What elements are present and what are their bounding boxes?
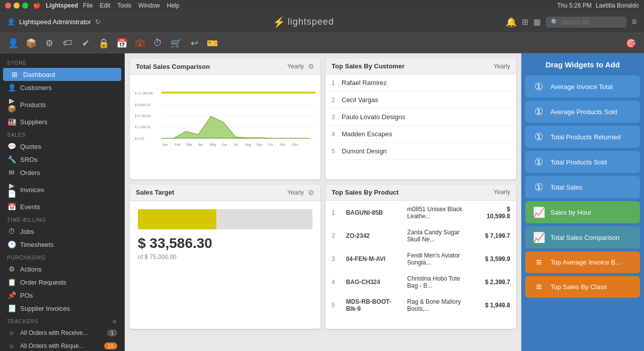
title-bar-left: 🍎 Lightspeed File Edit Tools Window Help bbox=[5, 2, 179, 9]
toolbar: 👤 📦 ⚙ 🏷 ✔ 🔒 📅 💼 ⏱ 🛒 ↩ 🎫 🎯 bbox=[0, 33, 644, 53]
sidebar-item-invoices[interactable]: ▶ 📄 Invoices bbox=[0, 179, 124, 200]
widget-btn-total-returned[interactable]: ① Total Products Returned bbox=[525, 126, 640, 148]
customers-icon: 👤 bbox=[7, 83, 16, 92]
toolbar-icon-person[interactable]: 👤 bbox=[5, 35, 21, 51]
close-button[interactable] bbox=[5, 3, 11, 9]
toolbar-icon-return[interactable]: ↩ bbox=[186, 35, 202, 51]
quotes-icon: 💬 bbox=[7, 142, 16, 150]
sidebar-item-label: Supplier Invoices bbox=[20, 305, 70, 312]
tracker2-icon: ○ bbox=[7, 342, 16, 350]
widget-btn-total-sales[interactable]: ① Total Sales bbox=[525, 176, 640, 198]
right-panel: Drag Widgets to Add ① Average Invoice To… bbox=[521, 53, 644, 351]
settings-icon[interactable]: ≡ bbox=[631, 17, 637, 27]
sales-target-gear[interactable]: ⚙ bbox=[308, 189, 314, 197]
toolbar-icon-briefcase[interactable]: 💼 bbox=[132, 35, 148, 51]
total-sales-gear[interactable]: ⚙ bbox=[308, 62, 314, 70]
customer-name-3: Paulo Lovato Designs bbox=[342, 113, 405, 121]
customer-rank-4: 4 bbox=[332, 131, 342, 138]
widget-btn-total-products[interactable]: ① Total Products Sold bbox=[525, 151, 640, 173]
sidebar-item-sros[interactable]: 🔧 SROs bbox=[0, 153, 124, 166]
maximize-button[interactable] bbox=[22, 3, 28, 9]
sidebar-item-pos[interactable]: 📌 POs bbox=[0, 289, 124, 302]
layout-icon[interactable]: ⊞ bbox=[522, 17, 528, 27]
svg-marker-10 bbox=[161, 117, 310, 138]
toolbar-icon-check[interactable]: ✔ bbox=[77, 35, 94, 51]
sidebar-item-tracker-1[interactable]: ○ All Orders with Receive... 1 bbox=[0, 326, 124, 339]
top-class-label: Top Sales By Class bbox=[550, 283, 607, 291]
menu-file[interactable]: File bbox=[83, 2, 93, 9]
sidebar-item-suppliers[interactable]: 🏭 Suppliers bbox=[0, 115, 124, 128]
menu-window[interactable]: Window bbox=[138, 2, 160, 9]
product-row-4[interactable]: 4 BAG-CH324 Christina Hobo Tote Bag - B.… bbox=[327, 271, 515, 293]
gear-icon[interactable]: ⚙ bbox=[112, 319, 117, 324]
search-input[interactable] bbox=[561, 19, 621, 26]
total-sales-header-right: Yearly ⚙ bbox=[287, 62, 314, 70]
customer-row-5[interactable]: 5 Dumont Design bbox=[326, 143, 516, 160]
toolbar-icon-tag[interactable]: 🎫 bbox=[204, 35, 220, 51]
toolbar-icon-box[interactable]: 📦 bbox=[23, 35, 39, 51]
sidebar-item-quotes[interactable]: 💬 Quotes bbox=[0, 140, 124, 153]
timebilling-section-label: TIME-BILLING bbox=[0, 213, 124, 225]
customer-row-3[interactable]: 3 Paulo Lovato Designs bbox=[326, 109, 516, 126]
notification-icon[interactable]: 🔔 bbox=[506, 17, 517, 28]
customer-name-4: Madden Escapes bbox=[342, 130, 392, 138]
sidebar-item-timesheets[interactable]: 🕐 Timesheets bbox=[0, 238, 124, 251]
widget-btn-avg-products[interactable]: ① Average Products Sold bbox=[525, 101, 640, 123]
sidebar-item-actions[interactable]: ⚙ Actions bbox=[0, 262, 124, 276]
widget-btn-avg-invoice[interactable]: ① Average Invoice Total bbox=[525, 75, 640, 98]
customer-row-4[interactable]: 4 Madden Escapes bbox=[326, 126, 516, 143]
product-sku-1: BAGUNI-85B bbox=[341, 202, 401, 224]
search-box[interactable]: 🔍 bbox=[546, 17, 626, 28]
toolbar-icon-calendar[interactable]: 📅 bbox=[114, 35, 130, 51]
sidebar-item-dashboard[interactable]: ⊞ Dashboard bbox=[3, 68, 121, 81]
toolbar-icon-badge[interactable]: 🏷 bbox=[59, 35, 75, 51]
sidebar-item-jobs[interactable]: ⏱ Jobs bbox=[0, 225, 124, 238]
customer-row-2[interactable]: 2 Cecil Vargas bbox=[326, 92, 516, 109]
menu-edit[interactable]: Edit bbox=[100, 2, 110, 9]
view-icon[interactable]: ▦ bbox=[533, 17, 541, 27]
menu-bar: File Edit Tools Window Help bbox=[83, 2, 179, 9]
menu-tools[interactable]: Tools bbox=[117, 2, 131, 9]
widget-btn-total-comparison[interactable]: 📈 Total Sales Comparison bbox=[525, 226, 640, 248]
sidebar-item-order-requests[interactable]: 📋 Order Requests bbox=[0, 276, 124, 289]
sidebar-item-products[interactable]: ▶ 📦 Products bbox=[0, 94, 124, 115]
svg-text:May: May bbox=[210, 143, 216, 147]
sidebar-item-supplier-invoices[interactable]: 🧾 Supplier Invoices bbox=[0, 302, 124, 315]
top-products-widget: Top Sales By Product Yearly 1 BAGUNI-85B… bbox=[326, 185, 516, 329]
product-row-2[interactable]: 2 ZO-2342 Zanta Candy Sugar Skull Ne... … bbox=[327, 225, 515, 247]
toolbar-icon-safe[interactable]: 🔒 bbox=[96, 35, 112, 51]
target-progress-fill bbox=[138, 209, 216, 229]
sidebar-item-events[interactable]: 📅 Events bbox=[0, 200, 124, 213]
toolbar-icon-settings[interactable]: ⚙ bbox=[41, 35, 57, 51]
sidebar-item-tracker-2[interactable]: ○ All Orders with Reque... 16 bbox=[0, 339, 124, 351]
toolbar-icon-filter[interactable]: 🎯 bbox=[623, 35, 639, 51]
sidebar-item-label: Jobs bbox=[20, 228, 34, 235]
target-amount: $ 33,586.30 bbox=[138, 235, 312, 251]
top-avg-invoice-icon: ≡ bbox=[532, 256, 545, 268]
refresh-icon[interactable]: ↻ bbox=[95, 18, 101, 26]
total-products-label: Total Products Sold bbox=[550, 158, 607, 166]
toolbar-icon-clock[interactable]: ⏱ bbox=[150, 35, 166, 51]
minimize-button[interactable] bbox=[14, 3, 20, 9]
sidebar-item-customers[interactable]: 👤 Customers bbox=[0, 81, 124, 94]
customer-rank-5: 5 bbox=[332, 148, 342, 155]
sidebar-item-label: Order Requests bbox=[20, 279, 66, 286]
sidebar-item-orders[interactable]: ✉ Orders bbox=[0, 166, 124, 179]
widget-btn-top-avg-invoice[interactable]: ≡ Top Average Invoice B... bbox=[525, 251, 640, 273]
svg-text:$ 5,792.84: $ 5,792.84 bbox=[135, 114, 151, 118]
widget-btn-top-class[interactable]: ≡ Top Sales By Class bbox=[525, 276, 640, 298]
customer-row-1[interactable]: 1 Rafael Ramirez bbox=[326, 74, 516, 92]
widget-btn-sales-hour[interactable]: 📈 Sales by Hour bbox=[525, 201, 640, 223]
order-requests-icon: 📋 bbox=[7, 278, 16, 286]
menu-help[interactable]: Help bbox=[167, 2, 180, 9]
product-row-3[interactable]: 3 04-FEN-M-AVI Fendi Men's Aviator Sungl… bbox=[327, 248, 515, 270]
top-customers-widget: Top Sales By Customer Yearly 1 Rafael Ra… bbox=[326, 58, 516, 180]
toolbar-icon-cart[interactable]: 🛒 bbox=[168, 35, 184, 51]
svg-text:Jan: Jan bbox=[163, 143, 168, 146]
top-products-header-right: Yearly bbox=[494, 189, 510, 196]
product-row-1[interactable]: 1 BAGUNI-85B m0851 Unisex Black Leathe..… bbox=[327, 202, 515, 224]
customer-list: 1 Rafael Ramirez 2 Cecil Vargas 3 Paulo … bbox=[326, 74, 516, 160]
product-row-5[interactable]: 5 MDS-RB-BOOT-Blk-9 Rag & Bone Mallory B… bbox=[327, 294, 515, 316]
product-sku-5: MDS-RB-BOOT-Blk-9 bbox=[341, 294, 401, 316]
top-avg-invoice-label: Top Average Invoice B... bbox=[550, 258, 621, 266]
